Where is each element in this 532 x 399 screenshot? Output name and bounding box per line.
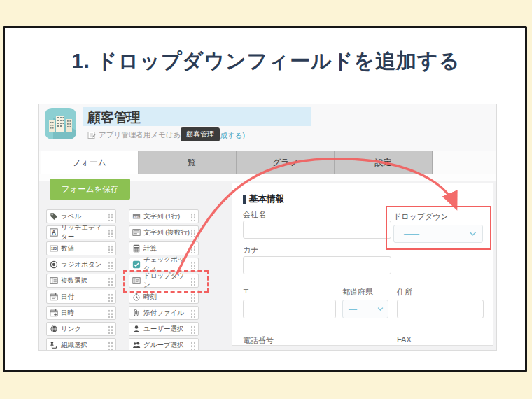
dropdown-field-label: ドロップダウン [393,211,449,222]
org-select-icon [50,341,58,349]
palette-item-org-select[interactable]: 組織選択 [46,338,116,351]
tab-settings[interactable]: 設定 [335,151,433,174]
palette-item-text: ユーザー選択 [144,325,183,334]
tab-bar: フォーム 一覧 グラフ 設定 [39,151,496,174]
text-single-icon: ABC [132,212,141,220]
drag-handle[interactable] [190,293,196,302]
palette-item-text-single[interactable]: ABC 文字列 (1行) [129,209,199,223]
section-header: 基本情報 [243,193,284,205]
drag-handle[interactable] [108,276,113,286]
palette-item-text: 日付 [61,293,74,302]
calc-icon [132,244,141,253]
palette-item-text: 複数選択 [61,276,88,286]
company-input[interactable] [243,220,391,239]
palette-item-text: 文字列 (複数行) [144,228,190,237]
palette-item-text-multi[interactable]: 文字列 (複数行) [129,225,199,239]
app-icon [45,108,76,139]
drag-handle[interactable] [108,212,113,221]
kana-input[interactable] [243,256,391,274]
palette-item-attachment[interactable]: 添付ファイル [129,306,199,320]
palette-item-checkbox[interactable]: チェックボックス [129,258,199,272]
app-title: 顧客管理 [88,108,141,127]
admin-memo-row: アプリ管理者用メモはあり [88,130,188,140]
tab-graph[interactable]: グラフ [237,151,335,174]
svg-text:A: A [52,230,56,236]
drag-handle[interactable] [190,260,196,270]
drag-handle[interactable] [108,309,113,318]
slide-title: 1. ドロップダウンフィールドを追加する [7,48,525,76]
date-icon [50,293,58,301]
palette-item-text: 組織選択 [61,341,88,350]
palette-item-datetime[interactable]: 日時 [46,306,116,320]
checkbox-icon [132,260,141,269]
palette-item-text: 日時 [61,309,74,318]
palette-item-radio[interactable]: ラジオボタン [46,258,116,272]
form-preview-panel: 基本情報 会社名 ドロップダウン —— カナ 〒 都道府県 — 住所 電話番号 … [232,183,493,346]
prefecture-select[interactable]: — [342,300,388,318]
phone-label: 電話番号 [243,335,274,346]
tab-list[interactable]: 一覧 [139,151,237,174]
palette-item-date[interactable]: 日付 [46,290,116,304]
app-screenshot: 顧客管理 アプリ管理者用メモはあり 作成する) 顧客管理 フォーム 一覧 グラフ… [38,104,497,351]
group-select-icon [132,341,141,349]
drag-handle[interactable] [108,293,113,302]
chevron-down-icon [469,231,477,237]
palette-item-text: リンク [61,325,81,334]
save-form-button[interactable]: フォームを保存 [50,178,130,200]
address-label: 住所 [397,287,412,298]
dropdown-select[interactable]: —— [393,225,483,243]
dropdown-icon [132,276,141,285]
attachment-icon [132,309,141,317]
drag-handle[interactable] [190,341,196,350]
radio-icon [50,260,58,269]
multi-select-icon [50,276,58,285]
drag-handle[interactable] [190,276,196,286]
palette-item-text: ドロップダウン [144,272,190,290]
palette-item-user-select[interactable]: ユーザー選択 [129,322,199,336]
app-name-tooltip: 顧客管理 [181,127,220,141]
palette-item-text: 計算 [144,244,157,253]
drag-handle[interactable] [190,244,196,253]
address-input[interactable] [397,300,484,318]
drag-handle[interactable] [190,212,196,221]
tag-icon [50,212,58,220]
prefecture-selected-value: — [343,304,356,314]
palette-item-calc[interactable]: 計算 [129,241,199,255]
app-header: 顧客管理 アプリ管理者用メモはあり 作成する) 顧客管理 [39,104,496,151]
tab-form[interactable]: フォーム [41,151,139,174]
drag-handle[interactable] [190,325,196,334]
palette-item-dropdown[interactable]: ドロップダウン [129,274,199,288]
prefecture-label: 都道府県 [342,287,373,298]
memo-icon [88,131,96,139]
palette-item-link[interactable]: リンク [46,322,116,336]
drag-handle[interactable] [108,325,113,334]
drag-handle[interactable] [108,228,113,237]
svg-text:ABC: ABC [133,215,139,218]
chevron-down-icon [377,307,384,312]
palette-item-rich-editor[interactable]: A リッチエディター [46,225,116,239]
drag-handle[interactable] [108,244,113,253]
palette-item-group-select[interactable]: グループ選択 [129,338,199,351]
palette-item-number[interactable]: 123 数値 [46,241,116,255]
buildings-icon [45,108,76,139]
palette-item-text: 添付ファイル [144,309,184,318]
palette-item-time[interactable]: 時刻 [129,290,199,304]
fax-label: FAX [397,335,412,344]
svg-text:123: 123 [51,247,57,251]
drag-handle[interactable] [190,228,196,237]
clock-icon [132,293,141,301]
postal-input[interactable] [243,300,336,318]
user-select-icon [132,325,141,333]
company-label: 会社名 [243,209,266,220]
palette-item-text: リッチエディター [61,223,108,241]
drag-handle[interactable] [108,341,113,350]
drag-handle[interactable] [108,260,113,270]
palette-item-multi-select[interactable]: 複数選択 [46,274,116,288]
number-icon: 123 [50,244,58,253]
drag-handle[interactable] [190,309,196,318]
palette-item-text: 文字列 (1行) [144,212,180,221]
rich-editor-icon: A [50,228,58,237]
link-icon [50,325,58,333]
palette-item-label[interactable]: ラベル [46,209,116,223]
text-multi-icon [132,228,141,237]
